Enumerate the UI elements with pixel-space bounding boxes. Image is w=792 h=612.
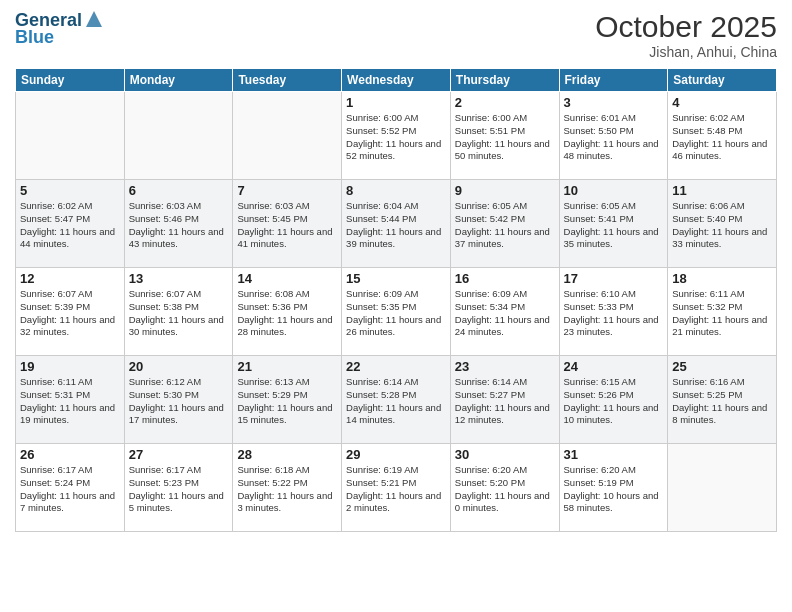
day-cell: 29Sunrise: 6:19 AMSunset: 5:21 PMDayligh… — [342, 444, 451, 532]
day-info: Sunrise: 6:00 AMSunset: 5:52 PMDaylight:… — [346, 112, 446, 163]
day-info: Sunrise: 6:09 AMSunset: 5:34 PMDaylight:… — [455, 288, 555, 339]
weekday-friday: Friday — [559, 69, 668, 92]
day-number: 26 — [20, 447, 120, 462]
week-row-5: 26Sunrise: 6:17 AMSunset: 5:24 PMDayligh… — [16, 444, 777, 532]
day-number: 5 — [20, 183, 120, 198]
day-cell: 31Sunrise: 6:20 AMSunset: 5:19 PMDayligh… — [559, 444, 668, 532]
day-info: Sunrise: 6:07 AMSunset: 5:39 PMDaylight:… — [20, 288, 120, 339]
day-cell: 17Sunrise: 6:10 AMSunset: 5:33 PMDayligh… — [559, 268, 668, 356]
day-info: Sunrise: 6:20 AMSunset: 5:20 PMDaylight:… — [455, 464, 555, 515]
logo-icon — [84, 9, 104, 29]
day-number: 3 — [564, 95, 664, 110]
day-cell — [233, 92, 342, 180]
day-info: Sunrise: 6:02 AMSunset: 5:48 PMDaylight:… — [672, 112, 772, 163]
day-cell: 11Sunrise: 6:06 AMSunset: 5:40 PMDayligh… — [668, 180, 777, 268]
header: General Blue October 2025 Jishan, Anhui,… — [15, 10, 777, 60]
day-number: 30 — [455, 447, 555, 462]
day-number: 13 — [129, 271, 229, 286]
day-number: 29 — [346, 447, 446, 462]
week-row-2: 5Sunrise: 6:02 AMSunset: 5:47 PMDaylight… — [16, 180, 777, 268]
day-cell: 21Sunrise: 6:13 AMSunset: 5:29 PMDayligh… — [233, 356, 342, 444]
day-info: Sunrise: 6:11 AMSunset: 5:31 PMDaylight:… — [20, 376, 120, 427]
week-row-4: 19Sunrise: 6:11 AMSunset: 5:31 PMDayligh… — [16, 356, 777, 444]
day-number: 9 — [455, 183, 555, 198]
title-block: October 2025 Jishan, Anhui, China — [595, 10, 777, 60]
day-cell: 13Sunrise: 6:07 AMSunset: 5:38 PMDayligh… — [124, 268, 233, 356]
day-info: Sunrise: 6:13 AMSunset: 5:29 PMDaylight:… — [237, 376, 337, 427]
day-cell: 28Sunrise: 6:18 AMSunset: 5:22 PMDayligh… — [233, 444, 342, 532]
day-number: 23 — [455, 359, 555, 374]
day-info: Sunrise: 6:14 AMSunset: 5:28 PMDaylight:… — [346, 376, 446, 427]
day-number: 20 — [129, 359, 229, 374]
day-info: Sunrise: 6:12 AMSunset: 5:30 PMDaylight:… — [129, 376, 229, 427]
day-info: Sunrise: 6:00 AMSunset: 5:51 PMDaylight:… — [455, 112, 555, 163]
day-info: Sunrise: 6:03 AMSunset: 5:46 PMDaylight:… — [129, 200, 229, 251]
day-cell: 26Sunrise: 6:17 AMSunset: 5:24 PMDayligh… — [16, 444, 125, 532]
day-number: 4 — [672, 95, 772, 110]
day-info: Sunrise: 6:16 AMSunset: 5:25 PMDaylight:… — [672, 376, 772, 427]
day-info: Sunrise: 6:02 AMSunset: 5:47 PMDaylight:… — [20, 200, 120, 251]
day-number: 8 — [346, 183, 446, 198]
day-number: 27 — [129, 447, 229, 462]
calendar: SundayMondayTuesdayWednesdayThursdayFrid… — [15, 68, 777, 532]
day-number: 15 — [346, 271, 446, 286]
weekday-saturday: Saturday — [668, 69, 777, 92]
day-info: Sunrise: 6:20 AMSunset: 5:19 PMDaylight:… — [564, 464, 664, 515]
day-info: Sunrise: 6:19 AMSunset: 5:21 PMDaylight:… — [346, 464, 446, 515]
day-cell: 24Sunrise: 6:15 AMSunset: 5:26 PMDayligh… — [559, 356, 668, 444]
day-cell: 20Sunrise: 6:12 AMSunset: 5:30 PMDayligh… — [124, 356, 233, 444]
day-number: 1 — [346, 95, 446, 110]
weekday-wednesday: Wednesday — [342, 69, 451, 92]
day-cell — [16, 92, 125, 180]
day-cell — [668, 444, 777, 532]
day-cell: 30Sunrise: 6:20 AMSunset: 5:20 PMDayligh… — [450, 444, 559, 532]
day-info: Sunrise: 6:07 AMSunset: 5:38 PMDaylight:… — [129, 288, 229, 339]
day-number: 2 — [455, 95, 555, 110]
day-number: 21 — [237, 359, 337, 374]
day-number: 18 — [672, 271, 772, 286]
day-number: 12 — [20, 271, 120, 286]
week-row-3: 12Sunrise: 6:07 AMSunset: 5:39 PMDayligh… — [16, 268, 777, 356]
day-info: Sunrise: 6:17 AMSunset: 5:23 PMDaylight:… — [129, 464, 229, 515]
day-number: 11 — [672, 183, 772, 198]
day-info: Sunrise: 6:18 AMSunset: 5:22 PMDaylight:… — [237, 464, 337, 515]
day-info: Sunrise: 6:10 AMSunset: 5:33 PMDaylight:… — [564, 288, 664, 339]
day-number: 25 — [672, 359, 772, 374]
day-number: 10 — [564, 183, 664, 198]
day-cell: 6Sunrise: 6:03 AMSunset: 5:46 PMDaylight… — [124, 180, 233, 268]
weekday-thursday: Thursday — [450, 69, 559, 92]
day-info: Sunrise: 6:04 AMSunset: 5:44 PMDaylight:… — [346, 200, 446, 251]
page-container: General Blue October 2025 Jishan, Anhui,… — [0, 0, 792, 612]
month-title: October 2025 — [595, 10, 777, 44]
day-cell: 22Sunrise: 6:14 AMSunset: 5:28 PMDayligh… — [342, 356, 451, 444]
week-row-1: 1Sunrise: 6:00 AMSunset: 5:52 PMDaylight… — [16, 92, 777, 180]
weekday-header-row: SundayMondayTuesdayWednesdayThursdayFrid… — [16, 69, 777, 92]
day-cell: 12Sunrise: 6:07 AMSunset: 5:39 PMDayligh… — [16, 268, 125, 356]
day-info: Sunrise: 6:01 AMSunset: 5:50 PMDaylight:… — [564, 112, 664, 163]
day-number: 31 — [564, 447, 664, 462]
day-info: Sunrise: 6:03 AMSunset: 5:45 PMDaylight:… — [237, 200, 337, 251]
day-number: 16 — [455, 271, 555, 286]
day-number: 6 — [129, 183, 229, 198]
weekday-sunday: Sunday — [16, 69, 125, 92]
day-number: 24 — [564, 359, 664, 374]
day-number: 19 — [20, 359, 120, 374]
day-number: 22 — [346, 359, 446, 374]
day-info: Sunrise: 6:08 AMSunset: 5:36 PMDaylight:… — [237, 288, 337, 339]
day-number: 17 — [564, 271, 664, 286]
day-cell: 1Sunrise: 6:00 AMSunset: 5:52 PMDaylight… — [342, 92, 451, 180]
location: Jishan, Anhui, China — [595, 44, 777, 60]
day-cell — [124, 92, 233, 180]
day-cell: 16Sunrise: 6:09 AMSunset: 5:34 PMDayligh… — [450, 268, 559, 356]
day-info: Sunrise: 6:05 AMSunset: 5:41 PMDaylight:… — [564, 200, 664, 251]
day-cell: 25Sunrise: 6:16 AMSunset: 5:25 PMDayligh… — [668, 356, 777, 444]
weekday-tuesday: Tuesday — [233, 69, 342, 92]
day-cell: 18Sunrise: 6:11 AMSunset: 5:32 PMDayligh… — [668, 268, 777, 356]
day-cell: 23Sunrise: 6:14 AMSunset: 5:27 PMDayligh… — [450, 356, 559, 444]
day-number: 7 — [237, 183, 337, 198]
day-info: Sunrise: 6:09 AMSunset: 5:35 PMDaylight:… — [346, 288, 446, 339]
day-info: Sunrise: 6:17 AMSunset: 5:24 PMDaylight:… — [20, 464, 120, 515]
day-cell: 8Sunrise: 6:04 AMSunset: 5:44 PMDaylight… — [342, 180, 451, 268]
day-number: 28 — [237, 447, 337, 462]
day-cell: 3Sunrise: 6:01 AMSunset: 5:50 PMDaylight… — [559, 92, 668, 180]
